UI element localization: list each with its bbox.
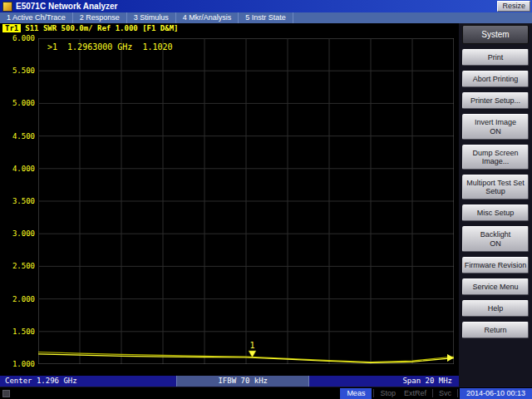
menu-item-1-active-ch-trace[interactable]: 1 Active Ch/Trace: [0, 12, 73, 23]
window-title: E5071C Network Analyzer: [16, 2, 497, 11]
softkey-label: Firmware Revision: [464, 261, 527, 269]
softkey-value: ON: [464, 239, 527, 248]
softkey-label: Help: [464, 304, 527, 313]
y-axis-tick-label: 4.500: [0, 132, 35, 140]
trace-info: S11 SWR 500.0m/ Ref 1.000 [F1 D&M]: [25, 24, 178, 32]
graph-area: Tr1 S11 SWR 500.0m/ Ref 1.000 [F1 D&M] 6…: [0, 23, 459, 376]
statusbar: Meas Stop ExtRef Svc 2014-06-10 00:13: [0, 387, 532, 399]
softkey-help[interactable]: Help: [462, 300, 529, 317]
status-extref: ExtRef: [400, 389, 431, 397]
y-axis-tick-label: 1.500: [0, 328, 35, 336]
softkey-label: Misc Setup: [464, 209, 527, 217]
softkey-label: Service Menu: [464, 283, 527, 291]
status-datetime: 2014-06-10 00:13: [460, 388, 532, 399]
softkey-abort-printing[interactable]: Abort Printing: [462, 71, 529, 87]
status-stop: Stop: [376, 389, 400, 397]
softkey-firmware-revision[interactable]: Firmware Revision: [462, 257, 529, 273]
softkey-label: Backlight: [464, 230, 527, 239]
softkey-panel: System PrintAbort PrintingPrinter Setup.…: [459, 23, 532, 387]
softkey-label: Dump Screen Image...: [464, 149, 527, 165]
menu-item-3-stimulus[interactable]: 3 Stimulus: [127, 12, 176, 23]
app-icon: [2, 2, 12, 12]
softkey-dump-screen-image[interactable]: Dump Screen Image...: [462, 145, 529, 170]
softkey-return[interactable]: Return: [462, 322, 529, 338]
softkey-label: Printer Setup...: [464, 96, 527, 105]
y-axis-labels: 6.0005.5005.0004.5004.0003.5003.0002.500…: [0, 23, 38, 376]
status-separator: [373, 389, 374, 397]
y-axis-tick-label: 5.000: [0, 99, 35, 107]
softkey-misc-setup[interactable]: Misc Setup: [462, 204, 529, 221]
status-svc: Svc: [435, 389, 456, 397]
y-axis-tick-label: 1.000: [0, 360, 35, 368]
status-led: [2, 390, 10, 397]
svg-text:1: 1: [249, 341, 254, 350]
resize-button[interactable]: Resize: [497, 1, 530, 12]
y-axis-tick-label: 3.000: [0, 229, 35, 238]
softkey-value: ON: [464, 127, 527, 135]
y-axis-tick-label: 2.500: [0, 262, 35, 270]
center-frequency-label: Center 1.296 GHz: [0, 376, 176, 387]
marker-readout: >1 1.2963000 GHz 1.1020: [47, 42, 173, 52]
y-axis-tick-label: 2.000: [0, 295, 35, 303]
titlebar: E5071C Network Analyzer Resize: [0, 0, 532, 12]
softkey-menu-title: System: [462, 25, 529, 44]
menubar: 1 Active Ch/Trace2 Response3 Stimulus4 M…: [0, 12, 532, 23]
y-axis-tick-label: 4.000: [0, 165, 35, 173]
softkey-label: Invert Image: [464, 118, 527, 126]
ifbw-label: IFBW 70 kHz: [176, 376, 309, 387]
softkey-printer-setup[interactable]: Printer Setup...: [462, 92, 529, 109]
softkey-label: Multiport Test Set Setup: [464, 179, 527, 195]
softkey-label: Abort Printing: [464, 75, 527, 83]
softkey-multiport-test-set-setup[interactable]: Multiport Test Set Setup: [462, 175, 529, 200]
plot-svg[interactable]: 1: [38, 38, 454, 364]
stimulus-bar: Center 1.296 GHz IFBW 70 kHz Span 20 MHz: [0, 376, 459, 387]
softkey-service-menu[interactable]: Service Menu: [462, 278, 529, 295]
status-meas: Meas: [340, 388, 372, 399]
menu-item-4-mkr-analysis[interactable]: 4 Mkr/Analysis: [176, 12, 239, 23]
menu-item-5-instr-state[interactable]: 5 Instr State: [239, 12, 293, 23]
y-axis-tick-label: 3.500: [0, 197, 35, 205]
y-axis-tick-label: 6.000: [0, 34, 35, 42]
softkey-print[interactable]: Print: [462, 49, 529, 66]
softkey-invert-image[interactable]: Invert ImageON: [462, 114, 529, 140]
softkey-backlight[interactable]: BacklightON: [462, 226, 529, 252]
status-separator: [432, 389, 433, 397]
network-analyzer-screen: E5071C Network Analyzer Resize 1 Active …: [0, 0, 532, 399]
softkey-label: Print: [464, 53, 527, 62]
softkey-label: Return: [464, 326, 527, 334]
status-separator: [457, 389, 458, 397]
y-axis-tick-label: 5.500: [0, 66, 35, 75]
span-label: Span 20 MHz: [309, 376, 459, 387]
menu-item-2-response[interactable]: 2 Response: [73, 12, 127, 23]
